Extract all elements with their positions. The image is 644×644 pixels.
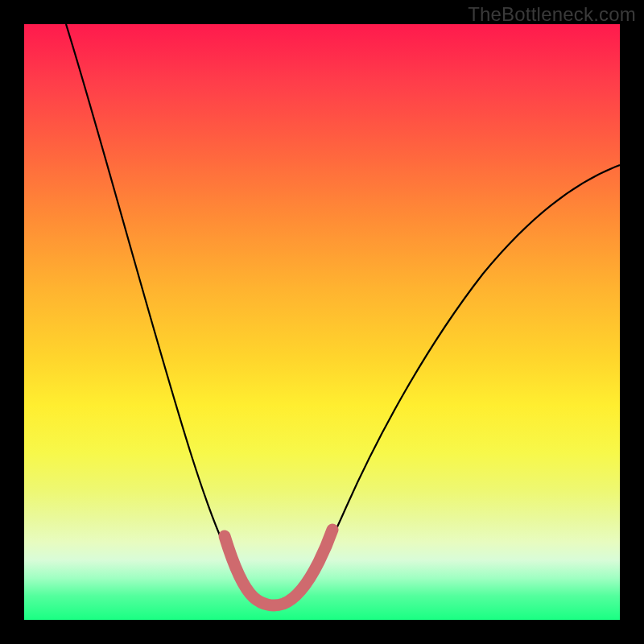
bottleneck-curve bbox=[66, 24, 620, 603]
chart-frame: TheBottleneck.com bbox=[0, 0, 644, 644]
plot-area bbox=[24, 24, 620, 620]
curve-layer bbox=[24, 24, 620, 620]
bottom-highlight bbox=[225, 530, 332, 605]
watermark-text: TheBottleneck.com bbox=[468, 3, 636, 26]
